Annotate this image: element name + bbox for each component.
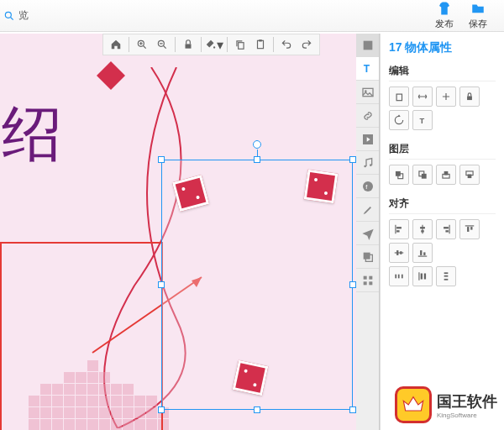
paste-button[interactable] [251,35,270,54]
publish-button[interactable]: 发布 [435,1,454,30]
svg-text:T: T [420,117,425,125]
align-top-button[interactable] [459,219,480,239]
svg-rect-64 [444,275,449,277]
panel-title: 17 物体属性 [389,40,496,55]
svg-rect-41 [396,230,400,232]
save-label: 保存 [469,18,487,30]
svg-line-1 [11,17,13,19]
svg-rect-47 [445,230,449,232]
canvas-toolbar: ▾ [102,34,320,55]
svg-rect-11 [363,40,372,50]
crown-icon [395,386,432,423]
watermark: 国王软件 KingSoftware [395,386,497,423]
preview-label: 览 [18,8,29,23]
svg-rect-23 [363,275,366,279]
align-bottom-button[interactable] [412,243,433,263]
paint-button[interactable]: ▾ [205,35,223,54]
svg-rect-58 [398,275,400,279]
svg-rect-43 [420,227,425,228]
align-center-h-button[interactable] [412,219,433,239]
tab-image[interactable] [356,81,379,104]
svg-rect-49 [467,227,469,232]
svg-point-0 [5,12,11,18]
layer-back-button[interactable] [459,165,480,185]
distribute-v-button[interactable] [436,266,456,286]
layer-backward-button[interactable] [436,165,456,185]
align-left-button[interactable] [389,219,409,239]
preview-button[interactable]: 览 [0,0,29,31]
edit-section: 编辑 T [389,64,496,130]
edit-lock-button[interactable] [459,87,480,107]
lock-button[interactable] [179,35,197,54]
undo-button[interactable] [277,35,296,54]
redo-button[interactable] [297,35,316,54]
layer-front-button[interactable] [389,165,409,185]
distribute-h-button[interactable] [389,266,409,286]
edit-text-button[interactable]: T [412,110,433,130]
svg-rect-59 [402,275,403,279]
edit-copy-button[interactable] [389,87,409,107]
svg-rect-26 [369,281,372,285]
resize-handle-tm[interactable] [254,156,260,163]
svg-rect-56 [423,252,425,255]
svg-rect-50 [470,227,472,230]
watermark-text: 国王软件 [437,391,497,412]
resize-handle-bl[interactable] [158,406,165,413]
tab-plane[interactable] [356,222,379,245]
canvas-text-shao: 绍 [2,94,62,175]
align-right-button[interactable] [436,219,456,239]
svg-point-5 [213,46,215,48]
resize-handle-ml[interactable] [158,281,165,288]
distribute-left-button[interactable] [412,266,433,286]
edit-rotate-button[interactable] [389,110,409,130]
watermark-sub: KingSoftware [437,412,497,419]
tab-link[interactable] [356,104,379,128]
save-button[interactable]: 保存 [469,1,487,30]
resize-handle-mr[interactable] [349,281,356,288]
tab-play[interactable] [356,128,379,151]
svg-rect-25 [363,281,366,285]
resize-handle-tl[interactable] [158,156,165,163]
svg-rect-55 [420,250,422,255]
tab-brush[interactable] [356,198,379,222]
svg-rect-61 [421,274,423,280]
tab-settings[interactable] [356,34,379,57]
resize-handle-bm[interactable] [254,406,260,413]
svg-rect-38 [468,174,472,178]
svg-rect-44 [421,230,424,232]
layer-label: 图层 [389,142,496,160]
red-square-2[interactable] [304,170,339,204]
home-button[interactable] [107,35,125,54]
svg-point-19 [363,181,373,191]
layer-section: 图层 [389,142,496,185]
zoom-in-button[interactable] [133,35,151,54]
tab-flash[interactable]: f [356,175,379,198]
red-square-3[interactable] [233,360,269,396]
svg-rect-7 [258,40,264,48]
rotate-handle[interactable] [253,140,261,149]
align-middle-v-button[interactable] [389,243,409,263]
svg-rect-24 [369,275,372,279]
edit-label: 编辑 [389,64,496,81]
tab-text[interactable]: T [356,57,379,81]
zoom-out-button[interactable] [153,35,171,54]
layer-forward-button[interactable] [412,165,433,185]
tab-grid[interactable] [356,269,379,292]
resize-handle-br[interactable] [349,406,356,413]
copy-button[interactable] [231,35,249,54]
publish-label: 发布 [435,18,454,30]
edit-width-button[interactable] [412,87,433,107]
align-label: 对齐 [389,197,496,214]
design-canvas[interactable]: 绍 [0,34,356,430]
svg-rect-4 [186,44,192,48]
svg-rect-57 [395,275,396,279]
tab-music[interactable] [356,151,379,175]
svg-point-17 [364,165,366,167]
svg-rect-34 [422,174,427,179]
svg-rect-21 [363,252,370,259]
svg-rect-40 [396,227,402,228]
edit-plus-button[interactable] [436,87,456,107]
svg-rect-8 [259,39,262,41]
tab-layers[interactable] [356,245,379,269]
resize-handle-tr[interactable] [349,156,356,163]
